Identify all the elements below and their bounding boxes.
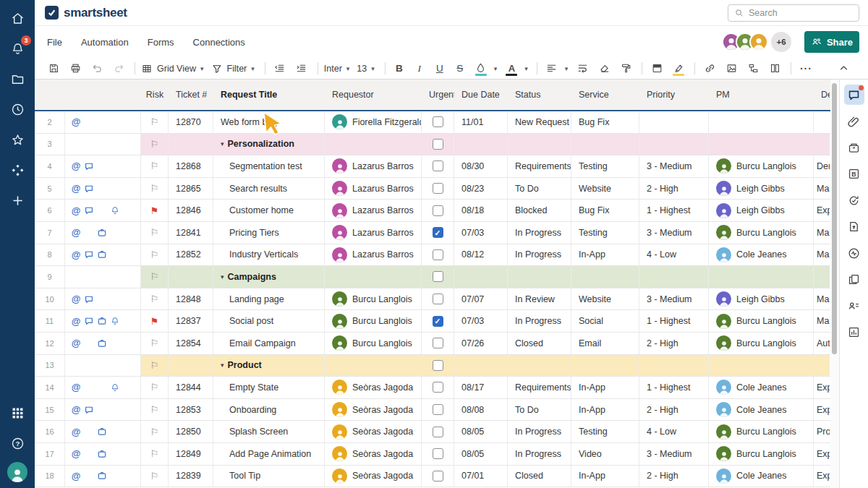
service-cell[interactable]: In-App	[571, 244, 639, 266]
status-cell[interactable]: Requirements	[508, 155, 571, 177]
ticket-cell[interactable]: 12849	[169, 443, 213, 465]
ticket-cell[interactable]: 12837	[169, 310, 213, 332]
service-cell[interactable]: Video	[571, 443, 639, 465]
requestor-cell[interactable]: Lazarus Barros	[325, 155, 422, 177]
notifications-nav-button[interactable]: 3	[6, 37, 29, 60]
proof-icon[interactable]	[97, 228, 107, 238]
service-cell[interactable]: Email	[571, 333, 639, 354]
flag-icon[interactable]: ⚐	[150, 382, 159, 392]
comment-icon[interactable]	[84, 316, 94, 326]
collapse-caret-icon[interactable]: ▾	[221, 273, 224, 281]
request-title-cell[interactable]: ▾Product	[213, 355, 325, 377]
row-number-cell[interactable]: 15	[35, 399, 65, 421]
due-date-cell[interactable]: 07/26	[454, 333, 508, 354]
department-cell[interactable]: Exper	[814, 399, 830, 421]
status-cell[interactable]: In Progress	[508, 310, 571, 332]
requestor-cell[interactable]: Burcu Langlois	[325, 333, 422, 354]
recents-nav-button[interactable]	[6, 98, 29, 121]
requestor-cell[interactable]	[325, 355, 422, 377]
update-requests-panel-button[interactable]	[844, 190, 864, 210]
department-cell[interactable]: Marke	[814, 178, 830, 200]
pm-cell[interactable]: Leigh Gibbs	[709, 288, 814, 310]
comment-icon[interactable]	[84, 184, 94, 194]
share-button[interactable]: Share	[804, 31, 859, 53]
summary-panel-button[interactable]	[844, 270, 864, 290]
requestor-cell[interactable]: Lazarus Barros	[325, 178, 422, 200]
risk-cell[interactable]: ⚐	[141, 155, 169, 177]
department-cell[interactable]: Exper	[814, 377, 830, 398]
row-number-cell[interactable]: 6	[35, 200, 65, 221]
conversations-panel-button[interactable]	[844, 85, 864, 105]
service-cell[interactable]: In-App	[571, 399, 639, 421]
service-cell[interactable]: In-App	[571, 377, 639, 398]
attachment-icon[interactable]: @	[72, 294, 81, 304]
priority-cell[interactable]: 4 - Low	[639, 244, 709, 266]
department-cell[interactable]	[814, 266, 830, 288]
risk-cell[interactable]: ⚐	[141, 288, 169, 310]
proof-icon[interactable]	[97, 427, 107, 437]
service-cell[interactable]	[571, 134, 639, 155]
attachment-icon[interactable]: @	[72, 404, 81, 415]
outdent-button[interactable]	[271, 60, 289, 77]
status-cell[interactable]	[508, 355, 571, 377]
request-title-cell[interactable]: ▾Personalization	[213, 134, 325, 155]
vertical-scrollbar[interactable]	[830, 80, 839, 488]
due-date-cell[interactable]: 08/05	[454, 443, 508, 465]
solution-center-nav-button[interactable]	[6, 158, 29, 181]
attachments-panel-button[interactable]	[844, 111, 864, 132]
column-header-ticket[interactable]: Ticket #	[169, 90, 213, 100]
requestor-cell[interactable]: Seòras Jagoda	[325, 399, 422, 421]
menu-connections[interactable]: Connections	[193, 37, 245, 48]
attachment-icon[interactable]: @	[72, 160, 81, 171]
service-cell[interactable]: Testing	[571, 155, 639, 177]
bold-button[interactable]: B	[391, 60, 407, 77]
column-header-urgent[interactable]: Urgent	[422, 90, 454, 100]
column-header-status[interactable]: Status	[508, 90, 571, 100]
column-header-department[interactable]: Depa	[814, 90, 830, 100]
department-cell[interactable]: Exper	[814, 443, 830, 465]
contacts-panel-button[interactable]	[844, 296, 864, 316]
requestor-cell[interactable]: Fiorella Fitzgerald	[325, 111, 422, 133]
ticket-cell[interactable]	[169, 355, 213, 377]
column-header-priority[interactable]: Priority	[639, 90, 709, 100]
pm-cell[interactable]: Burcu Langlois	[709, 421, 814, 442]
row-number-cell[interactable]: 13	[35, 355, 65, 377]
priority-cell[interactable]: 2 - High	[639, 399, 709, 421]
collapse-toolbar-button[interactable]	[835, 60, 852, 77]
risk-cell[interactable]: ⚐	[141, 244, 169, 266]
flag-icon[interactable]: ⚐	[150, 117, 159, 127]
cell-format-button[interactable]	[766, 60, 783, 77]
filter-dropdown[interactable]: Filter▾	[211, 63, 255, 74]
flag-icon[interactable]: ⚐	[150, 361, 159, 370]
row-number-cell[interactable]: 18	[35, 466, 65, 487]
ticket-cell[interactable]	[169, 134, 213, 155]
urgent-checkbox[interactable]	[433, 471, 443, 481]
clear-format-button[interactable]	[595, 60, 613, 77]
service-cell[interactable]: In-App	[571, 466, 639, 487]
proof-icon[interactable]	[97, 338, 107, 348]
service-cell[interactable]: Website	[571, 288, 639, 310]
department-cell[interactable]: Dema	[814, 155, 830, 177]
requestor-cell[interactable]	[325, 266, 422, 288]
flag-icon[interactable]: ⚐	[150, 140, 159, 149]
pm-cell[interactable]	[709, 111, 814, 133]
status-cell[interactable]	[508, 266, 571, 288]
due-date-cell[interactable]: 11/01	[454, 111, 508, 133]
due-date-cell[interactable]	[454, 355, 508, 377]
urgent-checkbox[interactable]	[433, 139, 443, 150]
pm-cell[interactable]: Cole Jeanes	[709, 466, 814, 487]
align-button[interactable]	[543, 60, 561, 77]
attachment-icon[interactable]: @	[72, 316, 81, 327]
requestor-cell[interactable]: Seòras Jagoda	[325, 421, 422, 442]
ticket-cell[interactable]: 12846	[169, 200, 213, 221]
request-title-cell[interactable]: Segmentation test	[213, 155, 325, 177]
ticket-cell[interactable]: 12848	[169, 288, 213, 310]
service-cell[interactable]: Social	[571, 310, 639, 332]
comment-icon[interactable]	[84, 294, 94, 304]
status-cell[interactable]: In Review	[508, 288, 571, 310]
chevron-down-icon[interactable]: ▾	[494, 65, 498, 72]
chevron-down-icon[interactable]: ▾	[565, 65, 569, 72]
row-number-cell[interactable]: 8	[35, 244, 65, 266]
comment-icon[interactable]	[84, 205, 94, 215]
ticket-cell[interactable]: 12850	[169, 421, 213, 442]
